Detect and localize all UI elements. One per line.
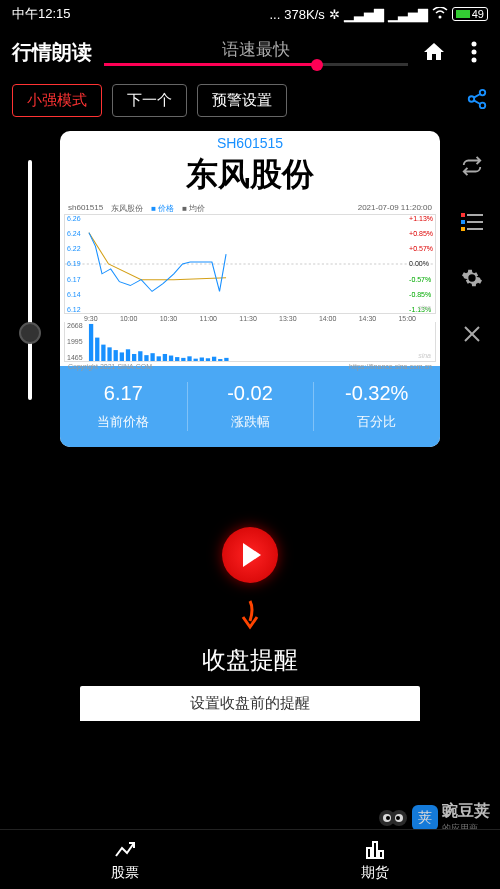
mascot-icon xyxy=(378,805,408,831)
reminder-title: 收盘提醒 xyxy=(0,644,500,676)
svg-rect-30 xyxy=(212,357,216,361)
svg-line-7 xyxy=(474,93,480,97)
chart-line-icon xyxy=(113,838,137,862)
svg-rect-32 xyxy=(224,358,228,361)
list-icon[interactable] xyxy=(456,206,488,238)
stock-name: 东风股份 xyxy=(60,151,440,201)
arrow-down-icon xyxy=(0,599,500,640)
app-header: 行情朗读 语速最快 xyxy=(0,28,500,76)
stat-change: -0.02 涨跌幅 xyxy=(187,366,314,447)
chart-bar-icon xyxy=(363,838,387,862)
svg-rect-28 xyxy=(200,357,204,361)
home-icon[interactable] xyxy=(420,38,448,66)
svg-rect-36 xyxy=(467,221,483,223)
mode-xiaoqiang-button[interactable]: 小强模式 xyxy=(12,84,102,117)
svg-rect-33 xyxy=(461,213,465,217)
bottom-nav: 股票 期货 xyxy=(0,829,500,889)
wandoujia-icon: 荚 xyxy=(412,805,438,831)
svg-rect-31 xyxy=(218,359,222,361)
svg-rect-16 xyxy=(126,349,130,361)
gear-icon[interactable] xyxy=(456,262,488,294)
net-speed: 378K/s xyxy=(284,7,324,22)
svg-rect-35 xyxy=(461,220,465,224)
nav-stock[interactable]: 股票 xyxy=(0,830,250,889)
svg-rect-10 xyxy=(89,324,93,361)
svg-rect-27 xyxy=(194,359,198,361)
reminder-setting-button[interactable]: 设置收盘前的提醒 xyxy=(80,686,420,721)
svg-rect-48 xyxy=(373,842,377,858)
close-icon[interactable] xyxy=(456,318,488,350)
alert-settings-button[interactable]: 预警设置 xyxy=(197,84,287,117)
repeat-icon[interactable] xyxy=(456,150,488,182)
svg-point-0 xyxy=(438,15,441,18)
svg-point-3 xyxy=(472,58,477,63)
svg-rect-38 xyxy=(467,228,483,230)
svg-rect-11 xyxy=(95,338,99,361)
svg-point-2 xyxy=(472,50,477,55)
svg-rect-49 xyxy=(379,851,383,858)
signal-icon-2: ▁▃▅▇ xyxy=(388,7,428,22)
svg-point-6 xyxy=(480,102,486,108)
stock-card: SH601515 东风股份 sh601515 东风股份 ■ 价格 ■ 均价 20… xyxy=(60,131,440,447)
svg-point-1 xyxy=(472,42,477,47)
svg-rect-47 xyxy=(367,848,371,858)
wifi-icon xyxy=(432,7,448,22)
nav-futures[interactable]: 期货 xyxy=(250,830,500,889)
svg-point-45 xyxy=(386,816,390,820)
svg-point-5 xyxy=(469,96,475,102)
next-button[interactable]: 下一个 xyxy=(112,84,187,117)
stock-code: SH601515 xyxy=(60,131,440,151)
svg-rect-20 xyxy=(150,353,154,361)
share-icon[interactable] xyxy=(466,88,488,114)
stats-row: 6.17 当前价格 -0.02 涨跌幅 -0.32% 百分比 xyxy=(60,366,440,447)
signal-icon: ▁▃▅▇ xyxy=(344,7,384,22)
svg-rect-17 xyxy=(132,354,136,361)
svg-line-8 xyxy=(474,100,480,104)
play-button[interactable] xyxy=(222,527,278,583)
speed-slider[interactable]: 语速最快 xyxy=(104,38,408,66)
status-time: 中午12:15 xyxy=(12,5,71,23)
bluetooth-icon: ✲ xyxy=(329,7,340,22)
svg-rect-14 xyxy=(114,350,118,361)
svg-rect-25 xyxy=(181,358,185,361)
svg-rect-15 xyxy=(120,352,124,361)
svg-rect-19 xyxy=(144,355,148,361)
svg-rect-21 xyxy=(157,356,161,361)
status-bar: 中午12:15 ... 378K/s ✲ ▁▃▅▇ ▁▃▅▇ 49 xyxy=(0,0,500,28)
svg-rect-24 xyxy=(175,357,179,361)
svg-rect-18 xyxy=(138,351,142,361)
app-title: 行情朗读 xyxy=(12,39,92,66)
battery-icon: 49 xyxy=(452,7,488,21)
svg-point-4 xyxy=(480,89,486,95)
stat-price: 6.17 当前价格 xyxy=(60,366,187,447)
svg-rect-29 xyxy=(206,358,210,361)
svg-rect-26 xyxy=(187,356,191,361)
mode-row: 小强模式 下一个 预警设置 xyxy=(0,76,500,125)
svg-rect-23 xyxy=(169,356,173,361)
svg-rect-34 xyxy=(467,214,483,216)
svg-point-46 xyxy=(396,816,400,820)
play-icon xyxy=(243,543,261,567)
svg-rect-22 xyxy=(163,354,167,361)
price-chart: sh601515 东风股份 ■ 价格 ■ 均价 2021-07-09 11:20… xyxy=(60,201,440,366)
stat-percent: -0.32% 百分比 xyxy=(313,366,440,447)
svg-rect-13 xyxy=(107,347,111,361)
menu-dots-icon[interactable] xyxy=(460,38,488,66)
svg-rect-12 xyxy=(101,345,105,361)
svg-rect-37 xyxy=(461,227,465,231)
